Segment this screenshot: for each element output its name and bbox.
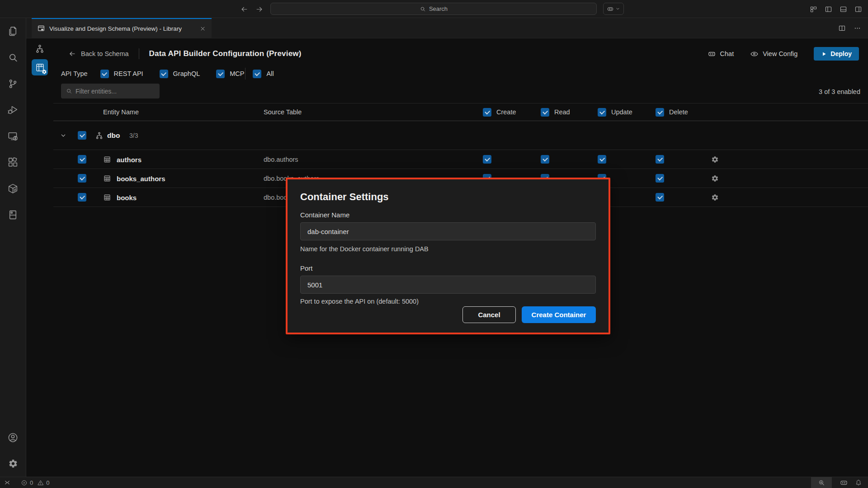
filter-entities-search [61, 84, 160, 99]
checkbox-checked[interactable] [160, 70, 168, 78]
back-to-schema-button[interactable]: Back to Schema [69, 50, 129, 57]
copilot-icon [607, 5, 614, 13]
rest-api-checkbox[interactable]: REST API [100, 70, 143, 78]
chat-button[interactable]: Chat [708, 50, 734, 58]
more-actions-icon[interactable] [854, 24, 861, 32]
container-settings-dialog: Container Settings Container Name Name f… [286, 178, 610, 334]
forward-arrow-icon[interactable] [255, 5, 263, 13]
container-name-input[interactable] [300, 222, 596, 240]
row-checkbox[interactable] [78, 155, 86, 164]
read-all-checkbox[interactable] [541, 108, 549, 117]
create-container-button[interactable]: Create Container [522, 306, 596, 323]
container-name-help: Name for the Docker container running DA… [300, 245, 429, 253]
chevron-down-icon [615, 6, 620, 11]
create-checkbox[interactable] [483, 155, 491, 164]
back-arrow-icon[interactable] [241, 5, 248, 13]
entity-name: authors [117, 155, 142, 163]
docker-icon[interactable] [0, 175, 26, 202]
source-table: dbo.authors [264, 156, 298, 163]
table-row-authors[interactable]: authors dbo.authors [53, 150, 868, 169]
customize-layout-icon[interactable] [810, 5, 817, 13]
delete-column-header: Delete [656, 103, 688, 121]
all-label: All [266, 70, 274, 77]
group-count: 3/3 [129, 132, 138, 139]
layout-controls [810, 0, 862, 18]
search-sidebar-icon[interactable] [0, 44, 26, 70]
back-label: Back to Schema [81, 50, 129, 57]
rest-api-label: REST API [114, 70, 143, 77]
header-actions: Chat View Config Deploy [708, 47, 859, 61]
delete-all-checkbox[interactable] [656, 108, 664, 117]
header-divider [139, 48, 139, 59]
checkbox-checked[interactable] [253, 70, 261, 78]
search-placeholder: Search [429, 5, 448, 12]
row-settings-gear-icon[interactable] [711, 155, 719, 163]
schema-group-row-dbo[interactable]: dbo 3/3 [53, 121, 868, 150]
toggle-secondary-sidebar-icon[interactable] [854, 5, 862, 13]
accounts-icon[interactable] [0, 424, 26, 450]
delete-checkbox[interactable] [656, 155, 664, 164]
toggle-panel-icon[interactable] [840, 5, 847, 13]
error-count: 0 [30, 479, 33, 486]
search-icon [420, 6, 426, 12]
read-checkbox[interactable] [541, 155, 549, 164]
filter-entities-input[interactable] [61, 84, 160, 99]
tab-visualize-design-schema[interactable]: Visualize and Design Schema (Preview) - … [32, 18, 212, 38]
editor-actions [838, 18, 868, 38]
view-config-label: View Config [763, 50, 797, 57]
create-all-checkbox[interactable] [483, 108, 491, 117]
delete-checkbox[interactable] [656, 174, 664, 183]
split-editor-icon[interactable] [838, 24, 846, 32]
row-checkbox[interactable] [78, 193, 86, 202]
extensions-icon[interactable] [0, 149, 26, 175]
run-debug-icon[interactable] [0, 97, 26, 123]
remote-explorer-icon[interactable] [0, 123, 26, 149]
entity-name: books_authors [117, 174, 165, 182]
source-control-icon[interactable] [0, 70, 26, 97]
cancel-button[interactable]: Cancel [462, 306, 516, 323]
delete-label: Delete [669, 108, 688, 116]
schema-view-button[interactable] [32, 41, 48, 56]
close-icon[interactable] [199, 25, 206, 32]
toggle-sidebar-icon[interactable] [825, 5, 832, 13]
chat-label: Chat [720, 50, 734, 57]
checkbox-checked[interactable] [216, 70, 225, 78]
play-icon [821, 51, 827, 57]
port-input[interactable] [300, 276, 596, 294]
row-checkbox[interactable] [78, 174, 86, 183]
mcp-checkbox[interactable]: MCP [216, 70, 244, 78]
deploy-button[interactable]: Deploy [814, 47, 859, 61]
chevron-down-icon[interactable] [60, 132, 67, 139]
problems-indicator[interactable]: 0 0 [21, 479, 49, 486]
update-checkbox[interactable] [598, 155, 606, 164]
view-config-button[interactable]: View Config [750, 50, 797, 58]
row-settings-gear-icon[interactable] [711, 193, 719, 201]
copilot-menu-button[interactable] [603, 3, 624, 15]
dialog-buttons: Cancel Create Container [462, 306, 596, 323]
tab-title: Visualize and Design Schema (Preview) - … [49, 25, 182, 32]
delete-checkbox[interactable] [656, 193, 664, 202]
status-bar: 0 0 [0, 477, 868, 488]
deploy-label: Deploy [830, 50, 852, 57]
history-nav [241, 0, 263, 18]
api-type-filter-row: API Type REST API GraphQL MCP All [61, 66, 290, 81]
row-settings-gear-icon[interactable] [711, 174, 719, 182]
dab-config-view-button[interactable] [32, 59, 48, 75]
tab-strip: Visualize and Design Schema (Preview) - … [26, 18, 868, 38]
command-center-search[interactable]: Search [270, 3, 597, 15]
eye-icon [750, 50, 759, 58]
database-extension-icon[interactable] [0, 202, 26, 228]
bell-icon[interactable] [855, 479, 862, 486]
copilot-status-icon[interactable] [840, 479, 848, 487]
checkbox-checked[interactable] [100, 70, 109, 78]
update-all-checkbox[interactable] [598, 108, 606, 117]
all-checkbox[interactable]: All [253, 70, 274, 78]
group-checkbox[interactable] [78, 131, 86, 140]
warning-icon [37, 479, 44, 486]
zoom-status-button[interactable] [811, 477, 832, 488]
update-column-header: Update [598, 103, 632, 121]
graphql-checkbox[interactable]: GraphQL [160, 70, 200, 78]
settings-gear-icon[interactable] [0, 450, 26, 477]
remote-indicator[interactable] [4, 479, 11, 486]
explorer-icon[interactable] [0, 18, 26, 44]
